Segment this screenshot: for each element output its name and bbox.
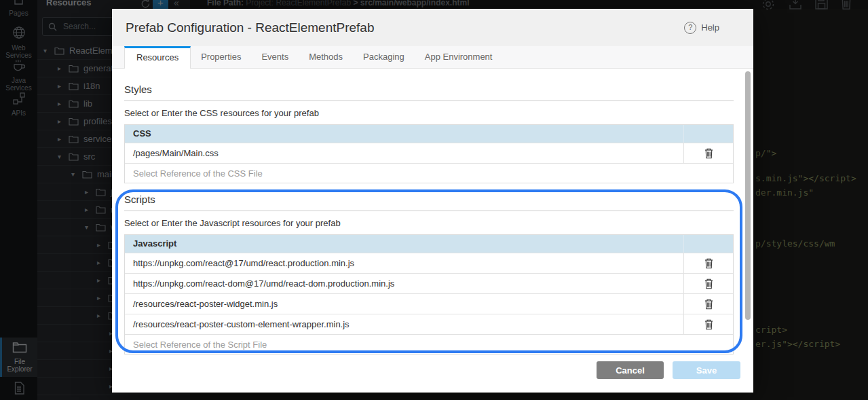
resource-actions <box>683 294 733 314</box>
cancel-button[interactable]: Cancel <box>597 361 664 379</box>
scripts-description: Select or Enter the Javascript resources… <box>124 218 734 228</box>
delete-resource-button[interactable] <box>703 277 715 291</box>
delete-resource-button[interactable] <box>703 257 715 270</box>
styles-heading: Styles <box>124 84 734 101</box>
styles-section: Styles Select or Enter the CSS resources… <box>124 84 734 183</box>
app-root: File Path: Project: ReactElementPrefab >… <box>0 0 868 400</box>
styles-description: Select or Enter the CSS resources for yo… <box>124 108 734 118</box>
resource-path: /resources/react-poster-custom-element-w… <box>125 314 683 334</box>
resource-row: /resources/react-poster-widget.min.js <box>125 293 733 314</box>
script-reference-input[interactable] <box>125 335 733 354</box>
css-table-header: CSS <box>125 125 733 143</box>
css-input-row <box>125 163 733 183</box>
css-reference-input[interactable] <box>125 164 733 183</box>
javascript-table-header: Javascript <box>125 235 733 253</box>
modal-title: Prefab Configuration - ReactElementPrefa… <box>126 20 374 35</box>
delete-resource-button[interactable] <box>703 318 715 331</box>
css-column-header: CSS <box>125 125 683 143</box>
modal-tab-bar: ResourcesPropertiesEventsMethodsPackagin… <box>112 46 753 69</box>
resource-path: /resources/react-poster-widget.min.js <box>125 294 683 314</box>
javascript-column-header: Javascript <box>125 235 683 253</box>
tab-properties[interactable]: Properties <box>191 46 251 68</box>
resource-row: /pages/Main/Main.css <box>125 143 733 163</box>
resource-path: https://unpkg.com/react@17/umd/react.pro… <box>125 253 683 273</box>
help-label: Help <box>701 22 719 33</box>
prefab-config-modal: Prefab Configuration - ReactElementPrefa… <box>112 9 753 393</box>
help-button[interactable]: ? Help <box>684 22 719 34</box>
resource-row: /resources/react-poster-custom-element-w… <box>125 314 733 334</box>
resource-row: https://unpkg.com/react-dom@17/umd/react… <box>125 273 733 293</box>
scripts-heading: Scripts <box>124 194 734 211</box>
tab-resources[interactable]: Resources <box>124 46 191 69</box>
resource-actions <box>683 314 733 334</box>
resource-actions <box>683 253 733 273</box>
javascript-table: Javascript https://unpkg.com/react@17/um… <box>124 234 734 354</box>
modal-header: Prefab Configuration - ReactElementPrefa… <box>112 9 753 46</box>
help-icon: ? <box>684 22 696 34</box>
resource-row: https://unpkg.com/react@17/umd/react.pro… <box>125 253 733 273</box>
css-table: CSS /pages/Main/Main.css <box>124 124 734 183</box>
resource-path: /pages/Main/Main.css <box>125 143 683 163</box>
delete-resource-button[interactable] <box>703 147 715 160</box>
tab-methods[interactable]: Methods <box>299 46 353 68</box>
delete-resource-button[interactable] <box>703 297 715 311</box>
tab-app-environment[interactable]: App Environment <box>415 46 503 68</box>
modal-scrollbar-thumb[interactable] <box>745 71 751 320</box>
tab-packaging[interactable]: Packaging <box>353 46 415 68</box>
javascript-action-column-header <box>683 235 733 253</box>
scripts-section: Scripts Select or Enter the Javascript r… <box>124 194 734 354</box>
script-input-row <box>125 334 733 354</box>
tab-events[interactable]: Events <box>251 46 299 68</box>
save-button[interactable]: Save <box>673 361 740 379</box>
resource-actions <box>683 274 733 293</box>
css-action-column-header <box>683 125 733 143</box>
resource-path: https://unpkg.com/react-dom@17/umd/react… <box>125 274 683 293</box>
resource-actions <box>683 143 733 163</box>
